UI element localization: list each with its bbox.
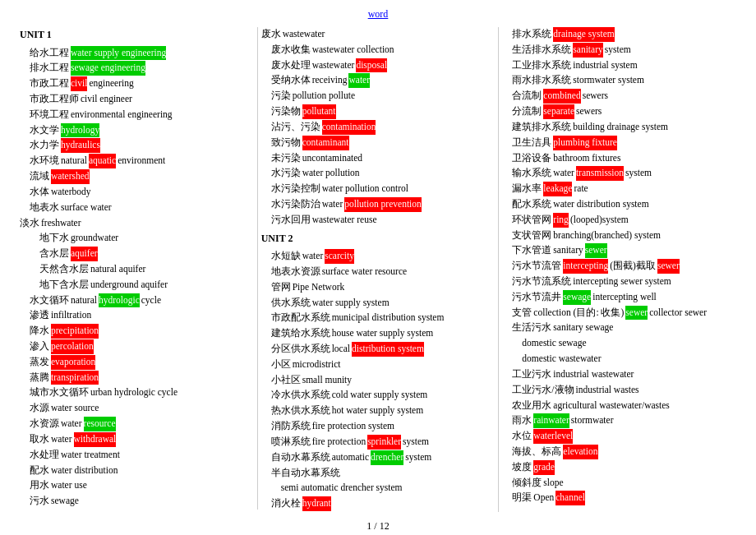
- column-2: 废水wastewater废水收集wastewater collection废水处…: [258, 27, 500, 512]
- list-item: 市政工程师civil engineer: [20, 92, 254, 107]
- zh-term: 生活排水系统: [512, 43, 571, 58]
- en-term: resource: [84, 417, 116, 431]
- en-term: environment: [118, 154, 165, 168]
- en-term: water supply engineering: [71, 46, 166, 61]
- list-item: 坡度grade: [502, 460, 736, 475]
- list-item: 水处理water treatment: [20, 448, 254, 463]
- list-item: 建筑排水系统building drainage system: [502, 120, 736, 135]
- list-item: 管网Pipe Network: [261, 280, 496, 295]
- zh-term: 水位: [512, 429, 532, 444]
- en-term: small munity: [302, 373, 352, 388]
- en-term: hot water supply system: [332, 404, 423, 418]
- en-term: water distribution: [51, 464, 118, 478]
- en-term: contamination: [322, 120, 376, 135]
- list-item: 环境工程environmental engineering: [20, 108, 254, 122]
- en-term: evaporation: [51, 355, 95, 370]
- zh-term: 小社区: [271, 373, 301, 388]
- en-term: natural: [61, 154, 87, 168]
- zh-term: 热水供水系统: [271, 404, 330, 418]
- list-item: 水文循环natural hydrologic cycle: [20, 293, 254, 308]
- list-item: 污染pollution pollute: [261, 89, 496, 104]
- en-term: stormwater system: [573, 73, 644, 88]
- en-term: branching(branched) system: [553, 228, 661, 243]
- list-item: 致污物contaminant: [261, 136, 496, 150]
- list-item: 给水工程water supply engineering: [20, 46, 254, 61]
- list-item: 含水层aquifer: [20, 247, 254, 261]
- en-term: water: [322, 197, 343, 212]
- en-term: water pollution: [302, 166, 360, 181]
- list-item: 水体waterbody: [20, 185, 254, 200]
- zh-term: 分流制: [512, 104, 542, 119]
- en-term: uncontaminated: [302, 151, 362, 166]
- zh-term: 废水收集: [271, 43, 311, 58]
- list-item: 沾污、污染contamination: [261, 120, 496, 135]
- list-item: semi automatic drencher system: [261, 481, 496, 496]
- zh-term: 海拔、标高: [512, 445, 561, 459]
- zh-term: 消防系统: [271, 419, 311, 434]
- list-item: 倾斜度slope: [502, 476, 736, 491]
- en-term: sanitary: [553, 243, 583, 258]
- zh-term: 污水节流系统: [512, 274, 571, 289]
- en-term: rate: [574, 182, 588, 196]
- list-item: 消防系统fire protection system: [261, 419, 496, 434]
- list-item: 市政工程civilengineering: [20, 76, 254, 91]
- en-term: channel: [555, 491, 585, 505]
- en-term: sewage engineering: [71, 61, 145, 76]
- en-term: domestic wastewater: [522, 352, 601, 367]
- list-item: 雨水rainwater stormwater: [502, 413, 736, 428]
- en-term: industrial wastes: [576, 383, 639, 398]
- list-item: 供水系统water supply system: [261, 296, 496, 311]
- en-term: wastewater collection: [312, 43, 394, 58]
- col2-entries-top: 废水wastewater废水收集wastewater collection废水处…: [261, 27, 496, 228]
- list-item: 明渠Open channel: [502, 491, 736, 505]
- list-item: 水位waterlevel: [502, 429, 736, 444]
- en-term: grade: [533, 460, 555, 475]
- list-item: 工业排水系统industrial system: [502, 58, 736, 73]
- en-term: pollutant: [302, 104, 336, 119]
- zh-term: 管网: [271, 280, 291, 295]
- zh-term: 地表水资源: [271, 265, 320, 279]
- zh-term: 受纳水体: [271, 73, 311, 88]
- zh-term: 喷淋系统: [271, 435, 311, 450]
- en-term: sewer: [585, 243, 607, 258]
- list-item: 地表水surface water: [20, 201, 254, 215]
- list-item: 冷水供水系统cold water supply system: [261, 388, 496, 403]
- en-term: hydrant: [302, 496, 331, 511]
- en-term: automatic: [332, 450, 369, 465]
- zh-term: 倾斜度: [512, 476, 542, 491]
- list-item: 下水管道sanitary sewer: [502, 243, 736, 258]
- list-item: 水文学hydrology: [20, 123, 254, 138]
- page-footer: 1 / 12: [16, 520, 740, 533]
- en-term: water treatment: [61, 448, 120, 463]
- zh-term: 明渠: [512, 491, 532, 505]
- list-item: 污水节流系统intercepting sewer system: [502, 274, 736, 289]
- zh-term: 水资源: [30, 417, 59, 431]
- list-item: 蒸发evaporation: [20, 355, 254, 370]
- en-term: waterlevel: [533, 429, 573, 444]
- en-term: (围截)截取: [610, 259, 656, 274]
- word-link[interactable]: word: [368, 8, 389, 20]
- list-item: 支管collection (目的: 收集)sewer collector sew…: [502, 306, 736, 321]
- list-item: 排水系统drainage system: [502, 27, 736, 42]
- zh-term: 水体: [30, 185, 49, 200]
- list-item: 污染物pollutant: [261, 104, 496, 119]
- zh-term: 水源: [30, 401, 49, 416]
- en-term: cycle: [141, 293, 161, 308]
- zh-term: 淡水: [20, 216, 39, 231]
- en-term: drainage system: [553, 27, 614, 42]
- list-item: 污水节流管intercepting(围截)截取sewer: [502, 259, 736, 274]
- list-item: 流域watershed: [20, 169, 254, 184]
- zh-term: 雨水排水系统: [512, 73, 571, 88]
- zh-term: 地下水: [39, 231, 69, 246]
- en-term: separate: [543, 104, 574, 119]
- en-term: intercepting: [563, 259, 608, 274]
- list-item: 卫生洁具plumbing fixture: [502, 136, 736, 150]
- list-item: 水短缺water scarcity: [261, 249, 496, 264]
- en-term: industrial system: [573, 58, 637, 73]
- list-item: 天然含水层natural aquifer: [20, 262, 254, 277]
- en-term: water source: [51, 401, 99, 416]
- en-term: system: [403, 435, 429, 450]
- en-term: water: [553, 166, 574, 181]
- en-term: rainwater: [533, 413, 569, 428]
- list-item: 消火栓hydrant: [261, 496, 496, 511]
